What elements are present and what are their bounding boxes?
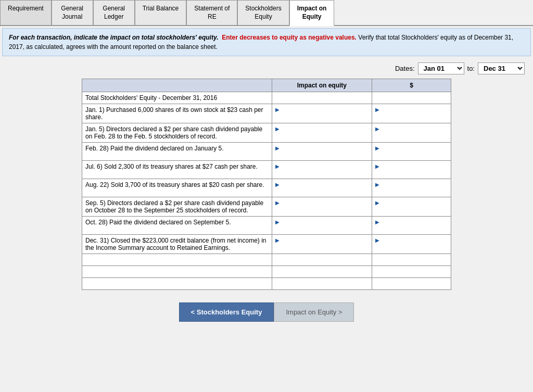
empty-cell-2-0 [82,278,272,290]
empty-cell-0-1[interactable] [272,254,372,266]
cell-impact-3[interactable]: ▶ [272,143,372,161]
input-impact-3[interactable] [275,151,369,158]
cell-dollar-4[interactable]: ▶ [372,161,451,179]
cell-dollar-8[interactable]: ▶ [372,235,451,254]
arrow-icon-1: ▶ [275,107,280,112]
prev-button[interactable]: < Stockholders Equity [179,302,274,322]
input-dollar-5[interactable] [375,187,448,195]
table-row: Oct. 28) Paid the dividend declared on S… [82,217,451,235]
arrow-icon-5: ▶ [275,182,280,187]
empty-cell-1-1[interactable] [272,266,372,278]
empty-row-1 [82,266,451,278]
cell-impact-2[interactable]: ▶ [272,123,372,143]
col-header-dollar: $ [372,79,451,92]
cell-dollar-3[interactable]: ▶ [372,143,451,161]
to-date-select[interactable]: Dec 31 [478,62,525,74]
from-date-wrapper[interactable]: Jan 01 [418,62,464,74]
bottom-nav: < Stockholders Equity Impact on Equity > [0,294,533,326]
empty-row-0 [82,254,451,266]
next-button[interactable]: Impact on Equity > [274,302,354,322]
cell-description-7: Oct. 28) Paid the dividend declared on S… [82,217,272,235]
input-impact-7[interactable] [275,225,369,232]
arrow-dollar-icon-3: ▶ [375,145,379,151]
input-dollar-8[interactable] [375,243,448,250]
empty-cell-1-0 [82,266,272,278]
tab-requirement[interactable]: Requirement [0,0,52,25]
col-header-impact: Impact on equity [272,79,372,92]
table-row: Total Stockholders' Equity - December 31… [82,92,451,104]
cell-dollar-7[interactable]: ▶ [372,217,451,235]
cell-description-0: Total Stockholders' Equity - December 31… [82,92,272,104]
empty-cell-1-2[interactable] [372,266,451,278]
instructions-part2: Enter decreases to equity as negative va… [222,34,357,41]
tab-impact-on-equity[interactable]: Impact onEquity [289,0,335,26]
empty-cell-2-2[interactable] [372,278,451,290]
arrow-dollar-icon-7: ▶ [375,219,379,225]
tab-general-journal[interactable]: GeneralJournal [52,0,93,25]
cell-description-6: Sep. 5) Directors declared a $2 per shar… [82,197,272,217]
input-dollar-6[interactable] [375,206,448,213]
empty-input-1-1[interactable] [275,268,369,275]
cell-dollar-5[interactable]: ▶ [372,179,451,197]
cell-impact-8[interactable]: ▶ [272,235,372,254]
tab-statement-re[interactable]: Statement ofRE [186,0,237,25]
arrow-dollar-icon-6: ▶ [375,200,379,206]
arrow-icon-8: ▶ [275,237,280,243]
cell-description-4: Jul. 6) Sold 2,300 of its treasury share… [82,161,272,179]
to-date-wrapper[interactable]: Dec 31 [478,62,525,74]
arrow-icon-4: ▶ [275,163,280,169]
cell-impact-6[interactable]: ▶ [272,197,372,217]
cell-dollar-2[interactable]: ▶ [372,123,451,143]
cell-dollar-6[interactable]: ▶ [372,197,451,217]
arrow-icon-2: ▶ [275,126,280,132]
arrow-dollar-icon-1: ▶ [375,107,379,112]
input-dollar-0[interactable] [375,94,448,102]
input-dollar-1[interactable] [375,112,448,120]
empty-input-0-1[interactable] [275,256,369,263]
input-impact-6[interactable] [275,206,369,213]
arrow-icon-6: ▶ [275,200,280,206]
input-dollar-3[interactable] [375,151,448,158]
cell-dollar-1[interactable]: ▶ [372,104,451,123]
tab-trial-balance[interactable]: Trial Balance [135,0,187,25]
cell-impact-5[interactable]: ▶ [272,179,372,197]
table-row: Jul. 6) Sold 2,300 of its treasury share… [82,161,451,179]
input-dollar-7[interactable] [375,225,448,232]
cell-impact-7[interactable]: ▶ [272,217,372,235]
empty-cell-2-1[interactable] [272,278,372,290]
cell-impact-0[interactable] [272,92,372,104]
instructions-box: For each transaction, indicate the impac… [2,28,531,56]
tab-stockholders-equity[interactable]: StockholdersEquity [237,0,289,25]
input-impact-8[interactable] [275,243,369,250]
cell-description-5: Aug. 22) Sold 3,700 of its treasury shar… [82,179,272,197]
cell-impact-1[interactable]: ▶ [272,104,372,123]
cell-description-3: Feb. 28) Paid the dividend declared on J… [82,143,272,161]
from-date-select[interactable]: Jan 01 [418,62,464,74]
empty-cell-0-0 [82,254,272,266]
table-row: Aug. 22) Sold 3,700 of its treasury shar… [82,179,451,197]
input-impact-4[interactable] [275,169,369,176]
cell-description-1: Jan. 1) Purchased 6,000 shares of its ow… [82,104,272,123]
empty-input-2-1[interactable] [275,280,369,287]
arrow-dollar-icon-8: ▶ [375,237,379,243]
arrow-dollar-icon-4: ▶ [375,163,379,169]
input-impact-0[interactable] [275,94,369,102]
empty-input-1-2[interactable] [375,268,448,275]
empty-input-2-2[interactable] [375,280,448,287]
cell-description-8: Dec. 31) Closed the $223,000 credit bala… [82,235,272,254]
empty-cell-0-2[interactable] [372,254,451,266]
empty-input-0-2[interactable] [375,256,448,263]
tab-general-ledger[interactable]: GeneralLedger [93,0,135,25]
dates-label: Dates: [395,65,415,72]
cell-impact-4[interactable]: ▶ [272,161,372,179]
arrow-dollar-icon-2: ▶ [375,126,379,132]
input-impact-1[interactable] [275,112,369,120]
main-table-wrapper: Impact on equity $ Total Stockholders' E… [0,79,533,294]
input-impact-2[interactable] [275,132,369,139]
cell-dollar-0[interactable] [372,92,451,104]
input-impact-5[interactable] [275,187,369,195]
input-dollar-4[interactable] [375,169,448,176]
table-row: Sep. 5) Directors declared a $2 per shar… [82,197,451,217]
date-controls: Dates: Jan 01 to: Dec 31 [0,58,533,79]
input-dollar-2[interactable] [375,132,448,139]
